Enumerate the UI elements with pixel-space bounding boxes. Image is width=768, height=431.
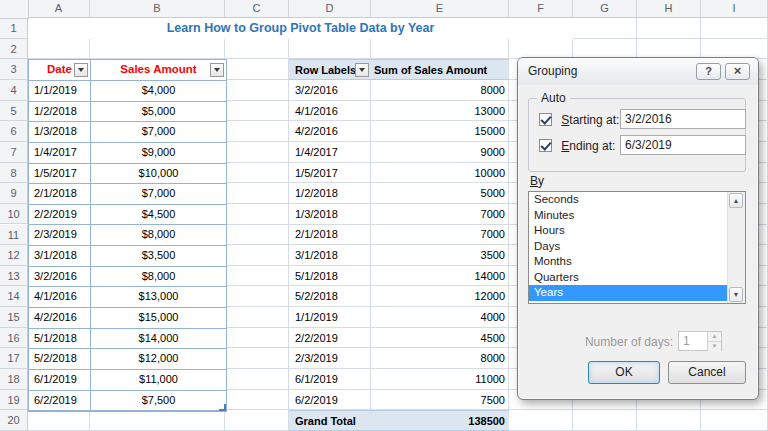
amount-cell[interactable]: $4,500 [91, 205, 226, 226]
pivot-row-label[interactable]: 2/3/2019 [289, 348, 371, 369]
date-cell[interactable]: 4/1/2016 [29, 287, 91, 308]
date-cell[interactable]: 5/2/2018 [29, 349, 91, 370]
column-header-a[interactable]: A [28, 0, 90, 18]
amount-cell[interactable]: $15,000 [91, 308, 226, 329]
row-header-1[interactable]: 1 [0, 18, 28, 39]
by-listbox[interactable]: ▲ ▼ SecondsMinutesHoursDaysMonthsQuarter… [528, 191, 746, 304]
row-header-4[interactable]: 4 [0, 80, 28, 101]
row-header-6[interactable]: 6 [0, 121, 28, 142]
pivot-value[interactable]: 11000 [371, 369, 509, 390]
pivot-row-label[interactable]: 4/2/2016 [289, 121, 371, 142]
row-header-13[interactable]: 13 [0, 266, 28, 287]
row-header-10[interactable]: 10 [0, 204, 28, 225]
amount-cell[interactable]: $10,000 [91, 164, 226, 185]
date-cell[interactable]: 6/1/2019 [29, 370, 91, 391]
pivot-value[interactable]: 4500 [371, 328, 509, 349]
pivot-value[interactable]: 14000 [371, 266, 509, 287]
row-header-5[interactable]: 5 [0, 101, 28, 122]
row-header-15[interactable]: 15 [0, 307, 28, 328]
row-header-17[interactable]: 17 [0, 348, 28, 369]
pivot-row-label[interactable]: 1/3/2018 [289, 204, 371, 225]
amount-cell[interactable]: $8,000 [91, 267, 226, 288]
amount-cell[interactable]: $3,500 [91, 246, 226, 267]
column-header-d[interactable]: D [289, 0, 371, 18]
row-header-20[interactable]: 20 [0, 410, 28, 431]
help-icon[interactable]: ? [696, 63, 721, 80]
scroll-down-icon[interactable]: ▼ [729, 287, 743, 302]
pivot-value[interactable]: 7000 [371, 204, 509, 225]
starting-at-input[interactable]: 3/2/2016 [620, 109, 746, 129]
row-header-7[interactable]: 7 [0, 142, 28, 163]
row-header-12[interactable]: 12 [0, 245, 28, 266]
listbox-scrollbar[interactable]: ▲ ▼ [727, 192, 745, 303]
pivot-row-label[interactable]: 1/1/2019 [289, 307, 371, 328]
pivot-row-label[interactable]: 6/2/2019 [289, 390, 371, 411]
pivot-value[interactable]: 8000 [371, 348, 509, 369]
pivot-row-label[interactable]: 3/2/2016 [289, 80, 371, 101]
scroll-up-icon[interactable]: ▲ [729, 193, 743, 208]
ending-at-checkbox[interactable] [539, 139, 552, 152]
select-all-corner[interactable] [0, 0, 29, 19]
row-header-19[interactable]: 19 [0, 390, 28, 411]
column-header-i[interactable]: I [701, 0, 768, 18]
pivot-row-label[interactable]: 1/4/2017 [289, 142, 371, 163]
amount-cell[interactable]: $5,000 [91, 102, 226, 123]
row-header-3[interactable]: 3 [0, 59, 28, 80]
column-header-h[interactable]: H [637, 0, 701, 18]
amount-cell[interactable]: $12,000 [91, 349, 226, 370]
table-resize-handle[interactable] [219, 404, 226, 411]
date-cell[interactable]: 1/1/2019 [29, 81, 91, 102]
amount-cell[interactable]: $7,500 [91, 391, 226, 412]
filter-dropdown-icon[interactable] [210, 63, 224, 77]
pivot-row-label[interactable]: 5/2/2018 [289, 286, 371, 307]
pivot-value[interactable]: 12000 [371, 286, 509, 307]
pivot-row-label[interactable]: 1/2/2018 [289, 183, 371, 204]
pivot-row-label[interactable]: 4/1/2016 [289, 101, 371, 122]
pivot-row-label[interactable]: 3/1/2018 [289, 245, 371, 266]
cancel-button[interactable]: Cancel [668, 361, 746, 384]
amount-cell[interactable]: $7,000 [91, 122, 226, 143]
row-header-2[interactable]: 2 [0, 39, 28, 60]
ending-at-input[interactable]: 6/3/2019 [620, 135, 746, 155]
date-cell[interactable]: 4/2/2016 [29, 308, 91, 329]
date-cell[interactable]: 1/4/2017 [29, 143, 91, 164]
dialog-titlebar[interactable]: Grouping ? × [518, 58, 758, 85]
amount-cell[interactable]: $13,000 [91, 287, 226, 308]
pivot-row-label[interactable]: 6/1/2019 [289, 369, 371, 390]
date-cell[interactable]: 3/2/2016 [29, 267, 91, 288]
amount-cell[interactable]: $11,000 [91, 370, 226, 391]
row-labels-header[interactable]: Row Labels [289, 60, 371, 79]
row-header-8[interactable]: 8 [0, 163, 28, 184]
date-cell[interactable]: 1/5/2017 [29, 164, 91, 185]
date-cell[interactable]: 5/1/2018 [29, 329, 91, 350]
by-option-hours[interactable]: Hours [529, 223, 728, 239]
pivot-value[interactable]: 3500 [371, 245, 509, 266]
close-icon[interactable]: × [725, 63, 750, 80]
by-option-quarters[interactable]: Quarters [529, 270, 728, 286]
ok-button[interactable]: OK [588, 361, 660, 384]
row-header-18[interactable]: 18 [0, 369, 28, 390]
amount-cell[interactable]: $14,000 [91, 329, 226, 350]
column-header-b[interactable]: B [90, 0, 225, 18]
starting-at-checkbox[interactable] [539, 113, 552, 126]
pivot-row-label[interactable]: 2/1/2018 [289, 224, 371, 245]
row-header-9[interactable]: 9 [0, 183, 28, 204]
column-header-f[interactable]: F [509, 0, 573, 18]
pivot-value[interactable]: 5000 [371, 183, 509, 204]
column-header-e[interactable]: E [371, 0, 509, 18]
column-header-g[interactable]: G [573, 0, 637, 18]
filter-dropdown-icon[interactable] [74, 63, 88, 77]
date-cell[interactable]: 1/2/2018 [29, 102, 91, 123]
by-option-minutes[interactable]: Minutes [529, 208, 728, 224]
pivot-value[interactable]: 10000 [371, 163, 509, 184]
amount-cell[interactable]: $8,000 [91, 225, 226, 246]
date-cell[interactable]: 2/1/2018 [29, 184, 91, 205]
by-option-seconds[interactable]: Seconds [529, 192, 728, 208]
by-option-days[interactable]: Days [529, 239, 728, 255]
amount-cell[interactable]: $9,000 [91, 143, 226, 164]
pivot-value[interactable]: 7000 [371, 224, 509, 245]
row-header-16[interactable]: 16 [0, 328, 28, 349]
date-cell[interactable]: 6/2/2019 [29, 391, 91, 412]
pivot-row-label[interactable]: 5/1/2018 [289, 266, 371, 287]
date-cell[interactable]: 3/1/2018 [29, 246, 91, 267]
